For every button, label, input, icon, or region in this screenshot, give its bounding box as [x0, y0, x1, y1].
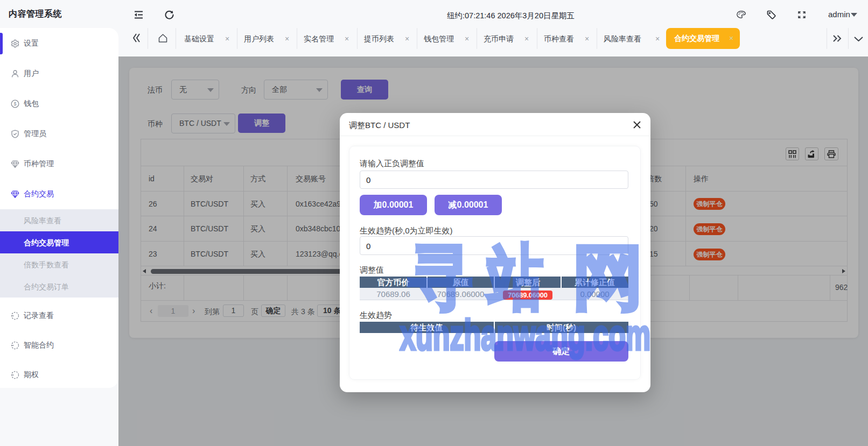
svg-text:$: $	[13, 101, 16, 107]
